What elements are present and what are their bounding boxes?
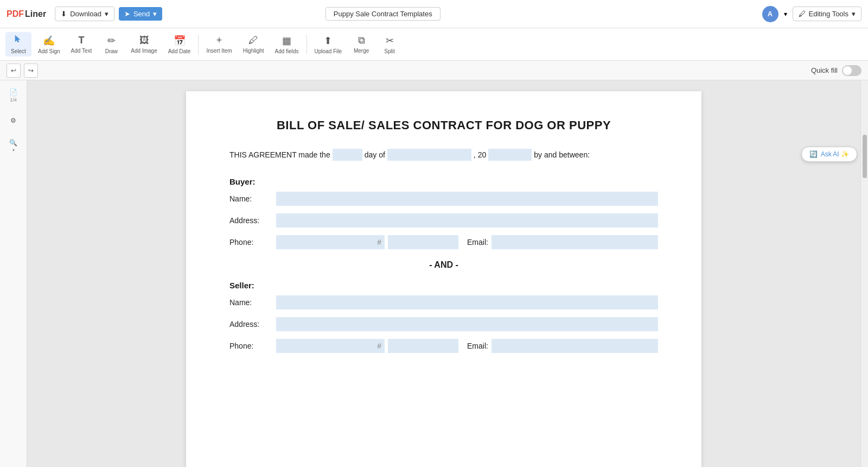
toolbar-upload-file-label: Upload File: [315, 48, 342, 54]
toolbar: Select ✍ Add Sign T Add Text ✏ Draw 🖼 Ad…: [0, 28, 868, 61]
toolbar-add-fields[interactable]: ▦ Add fields: [271, 33, 303, 56]
logo-liner-text: Liner: [25, 9, 46, 19]
avatar-chevron-icon[interactable]: ▾: [784, 10, 787, 18]
toolbar-select-label: Select: [11, 48, 26, 54]
seller-hash-symbol: #: [377, 342, 381, 350]
toolbar-insert-item-label: Insert Item: [206, 48, 232, 54]
insert-item-icon: +: [216, 35, 222, 46]
seller-address-label: Address:: [229, 320, 273, 329]
send-button[interactable]: ➤ Send ▾: [119, 7, 162, 21]
sidebar-page-button[interactable]: 📄 1/4: [4, 86, 23, 105]
day-text: day of: [365, 150, 385, 159]
header-right: A ▾ 🖊 Editing Tools ▾: [762, 6, 861, 22]
zoom-icon: 🔍: [9, 139, 17, 147]
scrollbar[interactable]: [860, 80, 868, 467]
toolbar-upload-file[interactable]: ⬆ Upload File: [310, 33, 347, 56]
seller-email-label: Email:: [467, 342, 488, 350]
editing-tools-button[interactable]: 🖊 Editing Tools ▾: [793, 7, 861, 21]
toolbar-add-fields-label: Add fields: [275, 48, 299, 54]
buyer-name-label: Name:: [229, 194, 273, 203]
document-area: BILL OF SALE/ SALES CONTRACT FOR DOG OR …: [27, 80, 860, 467]
toolbar-merge-label: Merge: [354, 48, 369, 54]
avatar-button[interactable]: A: [762, 6, 778, 22]
month-field[interactable]: [387, 149, 471, 161]
buyer-email-label: Email:: [467, 238, 488, 247]
download-icon: ⬇: [61, 10, 67, 18]
document-page: BILL OF SALE/ SALES CONTRACT FOR DOG OR …: [186, 91, 701, 467]
year-field[interactable]: [488, 149, 532, 161]
by-and-between: by and between:: [534, 150, 590, 159]
toolbar-merge[interactable]: ⧉ Merge: [348, 33, 374, 56]
toolbar-add-text[interactable]: T Add Text: [67, 33, 97, 56]
page-number: 1/4: [10, 97, 17, 103]
add-image-icon: 🖼: [139, 35, 149, 46]
editing-tools-label: Editing Tools: [809, 10, 848, 18]
toolbar-draw[interactable]: ✏ Draw: [98, 33, 124, 56]
quick-fill-toggle[interactable]: [842, 65, 861, 76]
seller-address-row: Address:: [229, 317, 658, 331]
redo-button[interactable]: ↪: [24, 64, 38, 78]
agreement-text: THIS AGREEMENT made the: [229, 150, 330, 159]
toolbar-add-date-label: Add Date: [168, 48, 191, 54]
draw-icon: ✏: [107, 35, 116, 47]
add-date-icon: 📅: [174, 35, 186, 47]
ask-ai-button[interactable]: 🔄 Ask AI ✨: [801, 147, 857, 162]
buyer-phone-email-row: Phone: # Email:: [229, 235, 658, 249]
seller-email-field[interactable]: [492, 339, 658, 353]
hash-symbol: #: [377, 238, 381, 247]
seller-name-row: Name:: [229, 295, 658, 310]
toolbar-split[interactable]: ✂ Split: [376, 33, 403, 56]
day-field[interactable]: [333, 149, 362, 161]
editing-tools-icon: 🖊: [799, 10, 806, 18]
add-sign-icon: ✍: [43, 35, 55, 47]
toolbar-highlight[interactable]: 🖊 Highlight: [239, 33, 269, 56]
seller-phone-ext-field[interactable]: [388, 339, 458, 353]
seller-phone-label: Phone:: [229, 342, 273, 350]
sidebar-settings-button[interactable]: ⚙: [4, 111, 23, 130]
seller-name-field[interactable]: [276, 295, 658, 310]
toolbar-select[interactable]: Select: [5, 32, 31, 56]
toolbar-insert-item[interactable]: + Insert Item: [202, 33, 236, 56]
toolbar-add-sign[interactable]: ✍ Add Sign: [34, 33, 65, 56]
send-label: Send: [133, 10, 150, 18]
page-icon: 📄: [9, 89, 17, 96]
toolbar-add-image[interactable]: 🖼 Add Image: [126, 33, 161, 56]
buyer-phone-ext-field[interactable]: [388, 235, 458, 249]
seller-phone-field[interactable]: #: [276, 339, 385, 353]
scroll-thumb[interactable]: [863, 135, 867, 178]
avatar-letter: A: [768, 10, 773, 18]
sidebar-zoom-button[interactable]: 🔍 ▾: [4, 136, 23, 155]
separator: - AND -: [229, 260, 658, 270]
send-chevron-icon: ▾: [153, 10, 157, 18]
toolbar-add-sign-label: Add Sign: [38, 48, 60, 54]
add-text-icon: T: [78, 35, 84, 46]
sidebar: 📄 1/4 ⚙ 🔍 ▾: [0, 80, 27, 467]
seller-phone-email-row: Phone: # Email:: [229, 339, 658, 353]
seller-name-label: Name:: [229, 298, 273, 307]
toolbar-add-date[interactable]: 📅 Add Date: [164, 33, 195, 56]
upload-file-icon: ⬆: [324, 35, 332, 47]
ask-ai-refresh-icon: 🔄: [809, 150, 818, 158]
buyer-phone-field[interactable]: #: [276, 235, 385, 249]
buyer-address-field[interactable]: [276, 213, 658, 228]
download-chevron-icon: ▾: [105, 10, 108, 18]
buyer-email-field[interactable]: [492, 235, 658, 249]
settings-icon: ⚙: [10, 117, 16, 124]
document-title: BILL OF SALE/ SALES CONTRACT FOR DOG OR …: [229, 118, 658, 132]
seller-address-field[interactable]: [276, 317, 658, 331]
editing-tools-chevron-icon: ▾: [852, 10, 856, 18]
toolbar2: ↩ ↪ Quick fill: [0, 61, 868, 80]
undo-button[interactable]: ↩: [7, 64, 21, 78]
buyer-name-field[interactable]: [276, 192, 658, 206]
download-button[interactable]: ⬇ Download ▾: [55, 7, 114, 21]
ask-ai-label: Ask AI ✨: [821, 150, 849, 158]
buyer-address-row: Address:: [229, 213, 658, 228]
buyer-address-label: Address:: [229, 216, 273, 225]
seller-label: Seller:: [229, 281, 658, 290]
main-area: 📄 1/4 ⚙ 🔍 ▾ BILL OF SALE/ SALES CONTRACT…: [0, 80, 868, 467]
toolbar-divider-2: [307, 35, 307, 54]
document-title-text: Puppy Sale Contract Templates: [334, 10, 432, 18]
logo: PDFLiner: [7, 9, 46, 19]
merge-icon: ⧉: [358, 35, 365, 46]
toolbar-divider-1: [198, 35, 199, 54]
